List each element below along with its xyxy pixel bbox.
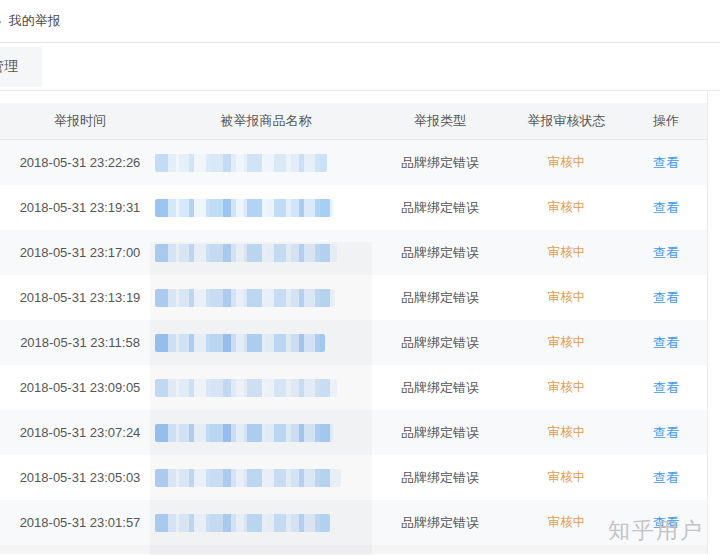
redacted-product-name: [155, 334, 325, 352]
column-header-review-status: 举报审核状态: [508, 112, 625, 130]
status-badge: 审核中: [548, 470, 586, 484]
column-header-report-type: 举报类型: [372, 112, 508, 130]
product-name-cell: [160, 379, 372, 397]
partial-next-row: [0, 545, 707, 554]
product-name-cell: [160, 244, 372, 262]
tab-strip: 举报管理: [0, 43, 720, 91]
report-type-cell: 品牌绑定错误: [372, 334, 508, 352]
table-row: 2018-05-31 23:01:57 品牌绑定错误 审核中 查看: [0, 500, 707, 545]
breadcrumb: › 我的举报: [0, 0, 720, 43]
report-time-cell: 2018-05-31 23:01:57: [0, 515, 160, 530]
status-badge: 审核中: [548, 515, 586, 529]
status-badge: 审核中: [548, 245, 586, 259]
chevron-right-icon: ›: [0, 13, 2, 29]
redacted-product-name: [155, 199, 333, 217]
table-row: 2018-05-31 23:17:00 品牌绑定错误 审核中 查看: [0, 230, 707, 275]
table-row: 2018-05-31 23:19:31 品牌绑定错误 审核中 查看: [0, 185, 707, 230]
view-link[interactable]: 查看: [653, 425, 679, 440]
product-name-cell: [160, 334, 372, 352]
product-name-cell: [160, 424, 372, 442]
redacted-product-name: [155, 289, 335, 307]
redacted-product-name: [155, 379, 337, 397]
table-row: 2018-05-31 23:11:58 品牌绑定错误 审核中 查看: [0, 320, 707, 365]
report-type-cell: 品牌绑定错误: [372, 154, 508, 172]
view-link[interactable]: 查看: [653, 380, 679, 395]
view-link[interactable]: 查看: [653, 515, 679, 530]
product-name-cell: [160, 514, 372, 532]
status-badge: 审核中: [548, 335, 586, 349]
table-header-row: 举报时间 被举报商品名称 举报类型 举报审核状态 操作: [0, 103, 707, 140]
product-name-cell: [160, 154, 372, 172]
report-time-cell: 2018-05-31 23:17:00: [0, 245, 160, 260]
product-name-cell: [160, 289, 372, 307]
report-time-cell: 2018-05-31 23:13:19: [0, 290, 160, 305]
column-header-actions: 操作: [625, 112, 707, 130]
report-type-cell: 品牌绑定错误: [372, 289, 508, 307]
report-type-cell: 品牌绑定错误: [372, 379, 508, 397]
table-row: 2018-05-31 23:07:24 品牌绑定错误 审核中 查看: [0, 410, 707, 455]
view-link[interactable]: 查看: [653, 290, 679, 305]
redacted-product-name: [155, 424, 333, 442]
product-name-cell: [160, 469, 372, 487]
status-badge: 审核中: [548, 200, 586, 214]
report-type-cell: 品牌绑定错误: [372, 469, 508, 487]
tab-report-management[interactable]: 举报管理: [0, 47, 42, 87]
report-time-cell: 2018-05-31 23:19:31: [0, 200, 160, 215]
table-row: 2018-05-31 23:13:19 品牌绑定错误 审核中 查看: [0, 275, 707, 320]
redacted-product-name: [155, 244, 337, 262]
table-row: 2018-05-31 23:05:03 品牌绑定错误 审核中 查看: [0, 455, 707, 500]
redacted-product-name: [155, 514, 330, 532]
table-row: 2018-05-31 23:09:05 品牌绑定错误 审核中 查看: [0, 365, 707, 410]
view-link[interactable]: 查看: [653, 155, 679, 170]
status-badge: 审核中: [548, 155, 586, 169]
report-time-cell: 2018-05-31 23:11:58: [0, 335, 160, 350]
column-header-product-name: 被举报商品名称: [160, 112, 372, 130]
report-type-cell: 品牌绑定错误: [372, 514, 508, 532]
reports-table: 举报时间 被举报商品名称 举报类型 举报审核状态 操作 2018-05-31 2…: [0, 103, 707, 554]
report-time-cell: 2018-05-31 23:09:05: [0, 380, 160, 395]
view-link[interactable]: 查看: [653, 470, 679, 485]
redacted-product-name: [155, 469, 341, 487]
status-badge: 审核中: [548, 290, 586, 304]
report-time-cell: 2018-05-31 23:22:26: [0, 155, 160, 170]
breadcrumb-current[interactable]: 我的举报: [9, 12, 61, 30]
table-row: 2018-05-31 23:22:26 品牌绑定错误 审核中 查看: [0, 140, 707, 185]
product-name-cell: [160, 199, 372, 217]
view-link[interactable]: 查看: [653, 245, 679, 260]
view-link[interactable]: 查看: [653, 200, 679, 215]
report-type-cell: 品牌绑定错误: [372, 244, 508, 262]
report-time-cell: 2018-05-31 23:07:24: [0, 425, 160, 440]
status-badge: 审核中: [548, 380, 586, 394]
column-header-report-time: 举报时间: [0, 112, 160, 130]
status-badge: 审核中: [548, 425, 586, 439]
redacted-product-name: [155, 154, 327, 172]
report-type-cell: 品牌绑定错误: [372, 199, 508, 217]
view-link[interactable]: 查看: [653, 335, 679, 350]
report-time-cell: 2018-05-31 23:05:03: [0, 470, 160, 485]
report-type-cell: 品牌绑定错误: [372, 424, 508, 442]
table-body: 2018-05-31 23:22:26 品牌绑定错误 审核中 查看 2018-0…: [0, 140, 707, 545]
right-rail: [707, 91, 720, 555]
